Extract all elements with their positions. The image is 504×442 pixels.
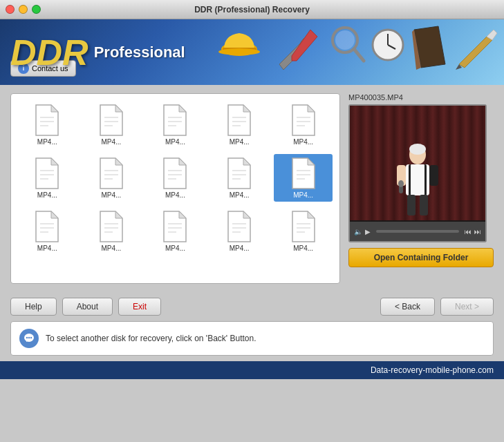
- file-item[interactable]: MP4...: [18, 154, 77, 202]
- file-label: MP4...: [165, 138, 185, 146]
- clock-icon: [369, 23, 407, 71]
- file-item[interactable]: MP4...: [210, 154, 269, 202]
- file-grid: MP4... MP4... MP4... MP4...: [18, 101, 333, 255]
- file-label: MP4...: [230, 191, 250, 199]
- volume-icon[interactable]: 🔈: [354, 228, 362, 236]
- next-track-icon[interactable]: ⏭: [474, 228, 481, 236]
- file-label: MP4...: [293, 138, 313, 146]
- file-label: MP4...: [37, 244, 57, 252]
- svg-point-4: [335, 30, 355, 50]
- file-item[interactable]: MP4...: [210, 207, 269, 255]
- logo-professional: Professional: [94, 44, 185, 61]
- file-icon: [290, 104, 317, 137]
- header: DDR Professional i Contact us: [0, 19, 504, 85]
- prev-track-icon[interactable]: ⏮: [465, 228, 472, 236]
- file-label: MP4...: [165, 191, 185, 199]
- progress-bar[interactable]: [376, 230, 459, 233]
- file-icon: [161, 157, 189, 190]
- svg-point-68: [30, 337, 32, 338]
- file-icon: [225, 104, 253, 137]
- svg-point-2: [218, 48, 260, 55]
- file-item[interactable]: MP4...: [274, 101, 333, 148]
- play-button[interactable]: ▶: [365, 228, 371, 236]
- logo-ddr: DDR: [10, 35, 88, 70]
- footer-website: Data-recovery-mobile-phone.com: [371, 365, 494, 375]
- back-button[interactable]: < Back: [380, 298, 435, 316]
- file-item[interactable]: MP4...: [82, 154, 141, 202]
- file-icon: [161, 104, 189, 137]
- file-icon: [33, 104, 61, 137]
- file-label: MP4...: [293, 244, 313, 252]
- close-button[interactable]: [6, 5, 15, 14]
- svg-rect-58: [411, 164, 424, 195]
- help-button[interactable]: Help: [10, 298, 57, 316]
- open-folder-button[interactable]: Open Containing Folder: [348, 248, 494, 267]
- status-message: To select another disk for recovery, cli…: [46, 334, 256, 343]
- window-title: DDR (Professional) Recovery: [194, 5, 310, 15]
- file-icon: [161, 210, 189, 243]
- file-label: MP4...: [293, 191, 313, 199]
- svg-rect-61: [407, 195, 416, 215]
- file-item[interactable]: MP4...: [146, 154, 205, 202]
- bottom-bar: Help About Exit < Back Next >: [0, 292, 504, 321]
- exit-button[interactable]: Exit: [118, 298, 161, 316]
- file-item[interactable]: MP4...: [274, 207, 333, 255]
- file-label: MP4...: [101, 244, 121, 252]
- file-icon: [97, 104, 125, 137]
- file-label: MP4...: [230, 244, 250, 252]
- hard-hat-icon: [217, 23, 262, 71]
- tools-icon: [265, 23, 324, 71]
- file-panel[interactable]: MP4... MP4... MP4... MP4...: [10, 93, 340, 284]
- file-item[interactable]: MP4...: [18, 101, 77, 148]
- file-label: MP4...: [37, 138, 57, 146]
- file-icon: [97, 157, 125, 190]
- about-button[interactable]: About: [62, 298, 113, 316]
- header-icons: [217, 23, 497, 71]
- svg-rect-60: [429, 165, 438, 186]
- file-item[interactable]: MP4...: [274, 154, 333, 202]
- minimize-button[interactable]: [19, 5, 28, 14]
- preview-filename: MP400035.MP4: [348, 93, 494, 102]
- book-icon: [411, 23, 449, 71]
- chat-icon: [24, 333, 35, 344]
- status-bar: To select another disk for recovery, cli…: [10, 321, 494, 356]
- video-preview: 🔈 ▶ ⏮ ⏭: [348, 104, 487, 242]
- file-icon: [33, 157, 61, 190]
- file-item[interactable]: MP4...: [146, 207, 205, 255]
- person-figure: [393, 142, 442, 222]
- svg-rect-62: [420, 195, 428, 215]
- file-icon: [290, 210, 317, 243]
- video-controls[interactable]: 🔈 ▶ ⏮ ⏭: [350, 222, 485, 241]
- svg-point-64: [398, 180, 404, 187]
- file-item[interactable]: MP4...: [146, 101, 205, 148]
- footer: Data-recovery-mobile-phone.com: [0, 361, 504, 379]
- file-item[interactable]: MP4...: [18, 207, 77, 255]
- svg-point-67: [28, 337, 30, 338]
- file-icon: [290, 157, 317, 190]
- svg-point-55: [409, 144, 426, 155]
- file-item[interactable]: MP4...: [82, 101, 141, 148]
- file-label: MP4...: [101, 138, 121, 146]
- file-label: MP4...: [165, 244, 185, 252]
- file-icon: [225, 210, 253, 243]
- file-icon: [33, 210, 61, 243]
- status-icon: [19, 329, 39, 348]
- maximize-button[interactable]: [32, 5, 41, 14]
- main-content: MP4... MP4... MP4... MP4...: [0, 85, 504, 292]
- file-item[interactable]: MP4...: [210, 101, 269, 148]
- file-item[interactable]: MP4...: [82, 207, 141, 255]
- next-button[interactable]: Next >: [440, 298, 494, 316]
- svg-point-66: [26, 337, 28, 338]
- header-logo: DDR Professional: [0, 35, 185, 70]
- svg-line-5: [354, 49, 364, 61]
- pen-icon: [452, 23, 497, 71]
- video-content: 🔈 ▶ ⏮ ⏭: [350, 106, 485, 241]
- window-controls[interactable]: [6, 5, 41, 14]
- file-label: MP4...: [37, 191, 57, 199]
- magnifier-icon: [328, 23, 366, 71]
- file-icon: [97, 210, 125, 243]
- file-icon: [225, 157, 253, 190]
- file-label: MP4...: [230, 138, 250, 146]
- preview-panel: MP400035.MP4: [348, 93, 494, 284]
- file-label: MP4...: [101, 191, 121, 199]
